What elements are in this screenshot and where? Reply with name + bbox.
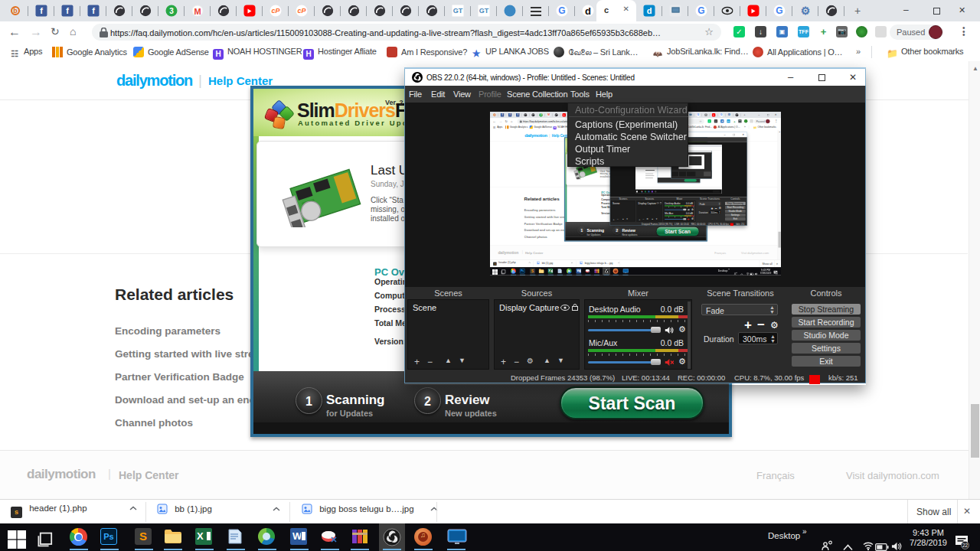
svg-text:22: 22 (776, 272, 777, 274)
svg-text:22: 22 (962, 543, 969, 548)
